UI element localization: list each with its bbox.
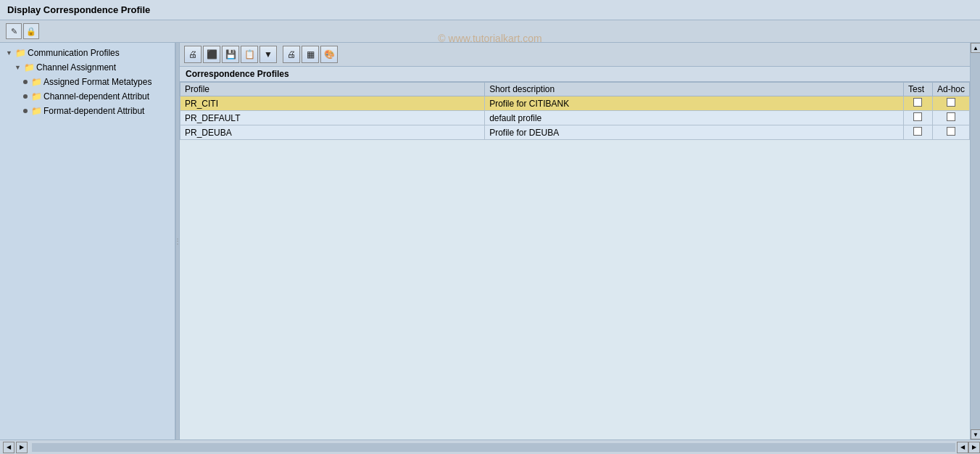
sidebar-item-channel-dependent[interactable]: 📁 Channel-dependent Attribut (0, 89, 175, 104)
right-toolbar-grid[interactable]: ▦ (302, 46, 319, 63)
global-scrollbar[interactable]: ▲ ▼ (970, 43, 980, 439)
right-toolbar-filter2[interactable]: ▼ (259, 46, 277, 63)
cell-profile-2: PR_DEFAULT (180, 111, 485, 125)
col-header-short-desc: Short description (485, 83, 904, 96)
right-toolbar-filter[interactable]: ⬛ (203, 46, 220, 63)
table-row[interactable]: PR_DEFAULT default profile (180, 111, 970, 125)
dot-icon-1 (23, 80, 28, 84)
dot-icon-2 (23, 94, 28, 99)
checkbox-test-1[interactable] (913, 98, 922, 107)
col-header-adhoc: Ad-hoc (932, 83, 969, 96)
folder-icon: 📁 (14, 47, 26, 59)
sidebar: ▼ 📁 Communication Profiles ▼ 📁 Channel A… (0, 43, 175, 439)
cell-test-2[interactable] (903, 111, 932, 125)
cell-desc-2: default profile (485, 111, 904, 125)
bottom-bar: ◀ ▶ ◀ ▶ (0, 439, 980, 454)
nav-prev-btn[interactable]: ◀ (957, 442, 968, 453)
correspondence-table: Profile Short description Test Ad-hoc PR… (180, 82, 970, 140)
checkbox-test-3[interactable] (913, 127, 922, 136)
sidebar-label-channel-assignment: Channel Assignment (36, 62, 116, 73)
right-toolbar: 🖨 ⬛ 💾 📋 ▼ 🖨 ▦ 🎨 (180, 43, 970, 67)
cell-test-1[interactable] (903, 96, 932, 111)
title-bar: Display Correspondence Profile (0, 0, 980, 20)
right-toolbar-copy[interactable]: 📋 (241, 46, 258, 63)
table-row[interactable]: PR_CITI Profile for CITIBANK (180, 96, 970, 111)
table-row[interactable]: PR_DEUBA Profile for DEUBA (180, 125, 970, 140)
checkbox-test-2[interactable] (913, 112, 922, 121)
scroll-down-btn[interactable]: ▼ (971, 429, 980, 439)
cell-profile-3: PR_DEUBA (180, 125, 485, 140)
toolbar-icon-1[interactable]: ✎ (6, 23, 22, 39)
cell-adhoc-2[interactable] (932, 111, 969, 125)
toolbar-icon-2[interactable]: 🔒 (23, 23, 39, 39)
sidebar-item-assigned-format-metatypes[interactable]: 📁 Assigned Format Metatypes (0, 75, 175, 89)
sidebar-label-communication-profiles: Communication Profiles (28, 48, 120, 58)
folder-icon-3: 📁 (30, 76, 42, 88)
section-title: Correspondence Profiles (180, 67, 970, 82)
section-title-text: Correspondence Profiles (186, 69, 289, 79)
scroll-up-btn[interactable]: ▲ (971, 43, 980, 53)
folder-icon-2: 📁 (23, 62, 35, 73)
scroll-track (971, 53, 980, 429)
right-toolbar-print[interactable]: 🖨 (184, 46, 202, 63)
bottom-nav: ◀ ▶ (0, 442, 30, 453)
collapse-icon-2: ▼ (14, 64, 23, 71)
bottom-scroll-track[interactable] (32, 443, 955, 452)
table-container: Profile Short description Test Ad-hoc PR… (180, 82, 970, 439)
main-toolbar: ✎ 🔒 (0, 20, 980, 43)
right-toolbar-color[interactable]: 🎨 (320, 46, 338, 63)
collapse-icon: ▼ (6, 49, 14, 57)
sidebar-item-channel-assignment[interactable]: ▼ 📁 Channel Assignment (0, 60, 175, 75)
sidebar-label-assigned-format: Assigned Format Metatypes (43, 77, 151, 87)
cell-test-3[interactable] (903, 125, 932, 140)
cell-adhoc-1[interactable] (932, 96, 969, 111)
right-panel: 🖨 ⬛ 💾 📋 ▼ 🖨 ▦ 🎨 Correspondence Profiles … (180, 43, 970, 439)
nav-left-btn[interactable]: ◀ (3, 442, 14, 453)
col-header-test: Test (903, 83, 932, 96)
right-toolbar-print2[interactable]: 🖨 (283, 46, 300, 63)
nav-next-btn[interactable]: ▶ (968, 442, 980, 453)
sidebar-item-communication-profiles[interactable]: ▼ 📁 Communication Profiles (0, 46, 175, 60)
cell-desc-3: Profile for DEUBA (485, 125, 904, 140)
checkbox-adhoc-3[interactable] (947, 127, 955, 136)
sidebar-label-format-dependent: Format-dependent Attribut (43, 106, 144, 116)
col-header-profile: Profile (180, 83, 485, 96)
main-layout: ▼ 📁 Communication Profiles ▼ 📁 Channel A… (0, 43, 980, 439)
folder-icon-5: 📁 (30, 105, 42, 117)
window-title: Display Correspondence Profile (7, 4, 150, 15)
dot-icon-3 (23, 109, 28, 113)
right-toolbar-save[interactable]: 💾 (222, 46, 239, 63)
cell-profile-1: PR_CITI (180, 96, 485, 111)
cell-adhoc-3[interactable] (932, 125, 969, 140)
nav-right-btn[interactable]: ▶ (16, 442, 28, 453)
sidebar-item-format-dependent[interactable]: 📁 Format-dependent Attribut (0, 104, 175, 118)
cell-desc-1: Profile for CITIBANK (485, 96, 904, 111)
sidebar-label-channel-dependent: Channel-dependent Attribut (43, 91, 149, 102)
checkbox-adhoc-1[interactable] (947, 98, 955, 107)
checkbox-adhoc-2[interactable] (947, 112, 955, 121)
folder-icon-4: 📁 (30, 91, 42, 102)
